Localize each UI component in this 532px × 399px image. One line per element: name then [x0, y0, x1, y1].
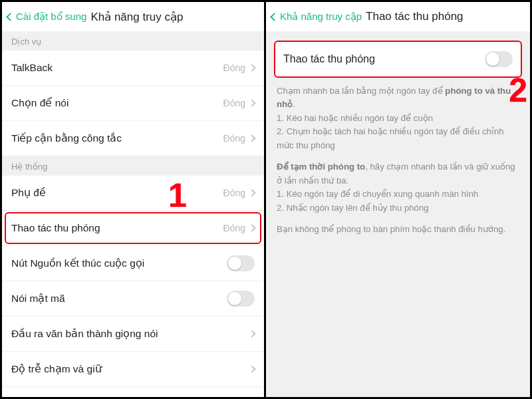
desc-line: 2. Chụm hoặc tách hai hoặc nhiều ngón ta… [277, 126, 504, 150]
row-select-to-speak[interactable]: Chọn để nói Đóng [2, 86, 264, 121]
description-text: Chạm nhanh ba lần bằng một ngón tay để p… [266, 84, 530, 237]
row-label: Phụ đề [11, 187, 46, 199]
section-system: Hệ thống [2, 156, 264, 176]
chevron-right-icon [248, 189, 255, 196]
row-status: Đóng [223, 133, 245, 144]
row-label: Chọn để nói [11, 97, 68, 109]
toggle-knob [228, 257, 241, 270]
chevron-left-icon [6, 13, 15, 21]
desc-text: . [293, 99, 295, 109]
desc-note: Bạn không thể phóng to bàn phím hoặc tha… [277, 223, 519, 236]
row-status: Đóng [223, 63, 245, 73]
row-talkback[interactable]: TalkBack Đóng [2, 51, 264, 86]
row-label: Nút Nguồn kết thúc cuộc gọi [11, 257, 144, 269]
desc-line: 1. Kéo ngón tay để di chuyển xung quanh … [277, 189, 478, 199]
row-label: Tiếp cận bằng công tắc [11, 132, 122, 144]
magnification-settings-screen: Khả năng truy cập Thao tác thu phóng Tha… [266, 2, 530, 397]
desc-bold: Để tạm thời phóng to [277, 162, 365, 172]
back-button[interactable]: Cài đặt bổ sung [6, 11, 86, 23]
desc-text: Chạm nhanh ba lần bằng một ngón tay để [277, 86, 445, 96]
chevron-left-icon [270, 13, 279, 21]
row-label: Đầu ra văn bản thành giọng nói [11, 328, 158, 340]
row-touch-hold-delay[interactable]: Độ trễ chạm và giữ [2, 352, 264, 387]
toggle-speak-passwords[interactable] [227, 291, 255, 307]
toggle-knob [228, 292, 241, 305]
back-button[interactable]: Khả năng truy cập [270, 11, 362, 23]
row-power-end-call[interactable]: Nút Nguồn kết thúc cuộc gọi [2, 246, 264, 281]
chevron-right-icon [248, 224, 255, 231]
back-label: Khả năng truy cập [280, 11, 362, 23]
toggle-label: Thao tác thu phóng [283, 53, 375, 65]
header: Khả năng truy cập Thao tác thu phóng [266, 2, 530, 31]
row-label: Nói mật mã [11, 293, 65, 305]
row-status: Đóng [223, 223, 245, 233]
toggle-power-end-call[interactable] [227, 255, 255, 271]
row-switch-access[interactable]: Tiếp cận bằng công tắc Đóng [2, 121, 264, 156]
row-label: TalkBack [11, 62, 53, 74]
row-magnification[interactable]: Thao tác thu phóng Đóng [2, 211, 264, 246]
page-title: Khả năng truy cập [90, 10, 183, 24]
header: Cài đặt bổ sung Khả năng truy cập [2, 2, 264, 31]
chevron-right-icon [248, 99, 255, 106]
chevron-right-icon [248, 365, 255, 372]
toggle-knob [486, 53, 499, 66]
row-label: Thao tác thu phóng [11, 222, 100, 234]
section-service: Dịch vụ [2, 31, 264, 51]
magnification-toggle-row[interactable]: Thao tác thu phóng [274, 41, 522, 78]
back-label: Cài đặt bổ sung [16, 11, 86, 23]
row-status: Đóng [223, 98, 245, 108]
desc-line: 1. Kéo hai hoặc nhiều ngón tay để cuộn [277, 113, 433, 123]
row-tts-output[interactable]: Đầu ra văn bản thành giọng nói [2, 317, 264, 352]
page-title: Thao tác thu phóng [366, 10, 464, 23]
row-speak-passwords[interactable]: Nói mật mã [2, 281, 264, 317]
row-label: Độ trễ chạm và giữ [11, 363, 102, 375]
accessibility-settings-screen: Cài đặt bổ sung Khả năng truy cập Dịch v… [2, 2, 266, 397]
row-status: Đóng [223, 188, 245, 198]
desc-line: 2. Nhấc ngón tay lên để hủy thu phóng [277, 203, 429, 213]
chevron-right-icon [248, 134, 255, 142]
chevron-right-icon [248, 330, 255, 337]
toggle-magnification[interactable] [485, 51, 513, 67]
row-captions[interactable]: Phụ đề Đóng [2, 176, 264, 211]
chevron-right-icon [248, 64, 255, 71]
